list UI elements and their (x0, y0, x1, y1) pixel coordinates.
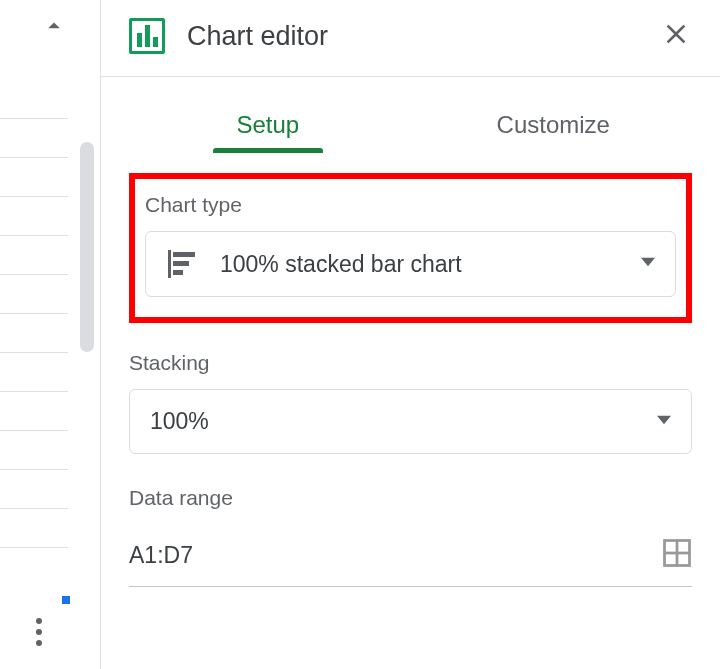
tab-setup[interactable]: Setup (125, 105, 411, 151)
chart-type-label: Chart type (145, 193, 676, 217)
divider (101, 76, 720, 77)
panel-title: Chart editor (187, 21, 638, 52)
stacking-value: 100% (150, 408, 635, 435)
data-range-input[interactable]: A1:D7 (129, 542, 193, 569)
horizontal-bar-chart-icon (166, 250, 198, 278)
data-range-label: Data range (129, 486, 692, 510)
chart-type-value: 100% stacked bar chart (220, 251, 619, 278)
spreadsheet-rows (0, 80, 68, 630)
scrollbar[interactable] (80, 142, 94, 352)
close-button[interactable] (660, 18, 692, 54)
tab-customize[interactable]: Customize (411, 105, 697, 151)
stacking-select[interactable]: 100% (129, 389, 692, 454)
cell-selection-handle[interactable] (62, 596, 70, 604)
collapse-arrow-icon[interactable] (40, 12, 68, 44)
stacking-section: Stacking 100% (129, 351, 692, 454)
chart-editor-panel: Chart editor Setup Customize Chart type … (100, 0, 720, 669)
chart-editor-icon (129, 18, 165, 54)
more-options-icon[interactable] (36, 618, 42, 646)
stacking-label: Stacking (129, 351, 692, 375)
chevron-down-icon (641, 255, 655, 273)
select-range-icon[interactable] (662, 538, 692, 572)
chart-type-section-highlight: Chart type 100% stacked bar chart (129, 173, 692, 323)
data-range-section: Data range A1:D7 (129, 486, 692, 587)
input-underline (129, 586, 692, 587)
chart-type-select[interactable]: 100% stacked bar chart (145, 231, 676, 297)
chevron-down-icon (657, 413, 671, 431)
